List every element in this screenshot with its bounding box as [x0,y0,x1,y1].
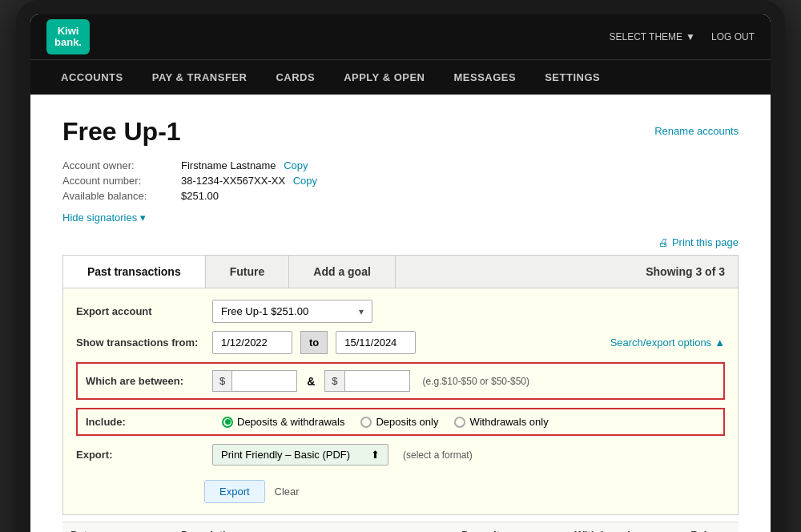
account-number-copy-link[interactable]: Copy [293,175,317,187]
search-export-label: Search/export options [610,337,711,349]
main-content: Free Up-1 Rename accounts Account owner:… [30,95,771,532]
account-info-grid: Account owner: Firstname Lastname Copy A… [62,159,739,202]
col-date: Date [62,522,173,533]
format-value: Print Friendly – Basic (PDF) [221,449,350,461]
top-bar: Kiwi bank. SELECT THEME ▼ LOG OUT [30,14,771,59]
logo-box: Kiwi bank. [46,19,90,54]
rename-accounts-link[interactable]: Rename accounts [654,125,739,137]
export-account-row: Export account Free Up-1 $251.00 ▾ [76,300,725,323]
owner-copy-link[interactable]: Copy [284,159,308,171]
logo-area: Kiwi bank. [46,19,90,54]
chevron-down-icon: ▼ [686,31,695,42]
export-account-select[interactable]: Free Up-1 $251.00 ▾ [212,300,372,323]
transactions-table: Date Description Deposits Withdrawals Ba… [62,522,739,532]
nav-item-messages[interactable]: MESSAGES [440,60,531,95]
dropdown-icon: ▾ [359,306,364,317]
select-theme-label: SELECT THEME [610,31,683,42]
logout-button[interactable]: LOG OUT [711,31,755,42]
account-number-label: Account number: [62,175,175,187]
export-label: Export: [76,449,204,461]
to-label: to [300,331,328,354]
select-theme-button[interactable]: SELECT THEME ▼ [610,31,695,42]
nav-item-accounts[interactable]: ACCOUNTS [46,60,138,95]
export-format-select[interactable]: Print Friendly – Basic (PDF) ⬆ [212,444,388,466]
tab-add-goal[interactable]: Add a goal [289,256,396,288]
select-format-hint: (select a format) [403,449,473,461]
logo-kiwi: Kiwi [58,26,79,37]
radio-circle-2 [360,417,372,428]
select-chevron-icon: ⬆ [371,449,380,461]
showing-count: Showing 3 of 3 [633,256,738,288]
amount-from-input[interactable] [232,371,296,391]
radio-circle-selected [222,417,233,428]
up-icon: ▲ [714,337,725,349]
tab-future[interactable]: Future [206,256,290,288]
table-header-row: Date Description Deposits Withdrawals Ba… [62,522,739,533]
screen: Kiwi bank. SELECT THEME ▼ LOG OUT ACCOUN… [30,14,771,532]
search-export-options-link[interactable]: Search/export options ▲ [610,337,725,349]
col-deposits: Deposits [413,522,513,533]
radio-withdrawals-only[interactable]: Withdrawals only [454,416,548,428]
owner-name: Firstname Lastname [181,159,276,171]
owner-value: Firstname Lastname Copy [181,159,739,171]
col-withdrawals: Withdrawals [513,522,644,533]
show-from-label: Show transactions from: [76,337,204,349]
printer-icon: 🖨 [658,236,669,248]
nav-item-settings[interactable]: SETTINGS [530,60,614,95]
tablet-frame: Kiwi bank. SELECT THEME ▼ LOG OUT ACCOUN… [16,0,785,532]
clear-link[interactable]: Clear [275,486,300,498]
include-label: Include: [86,416,206,428]
between-label: Which are between: [86,375,206,387]
export-buttons-row: Export Clear [76,475,725,503]
page-title: Free Up-1 [62,117,181,147]
ampersand-symbol: & [304,375,318,388]
logo-bank: bank. [54,37,82,48]
balance-label: Available balance: [62,190,175,202]
between-hint: (e.g.$10-$50 or $50-$50) [423,376,529,387]
nav-bar: ACCOUNTS PAY & TRANSFER CARDS APPLY & OP… [30,59,771,95]
radio-circle-3 [454,417,465,428]
nav-item-apply-open[interactable]: APPLY & OPEN [329,60,439,95]
include-row: Include: Deposits & withdrawals Deposits… [76,408,725,436]
dollar-prefix-1: $ [213,371,232,391]
amount-to-input[interactable] [345,371,409,391]
col-balance: Balance [644,522,739,533]
date-to-input[interactable] [336,331,416,354]
export-account-value: Free Up-1 $251.00 [221,305,308,317]
radio-deposits-withdrawals[interactable]: Deposits & withdrawals [222,416,344,428]
account-number-value: 38-1234-XX567XX-XX Copy [181,175,739,187]
print-page-link[interactable]: 🖨 Print this page [658,236,739,248]
account-number-text: 38-1234-XX567XX-XX [181,175,285,187]
between-row: Which are between: $ & $ (e.g.$10-$50 or… [76,362,725,400]
tab-past-transactions[interactable]: Past transactions [63,256,206,288]
arrow-icon: ▾ [140,212,146,224]
top-right: SELECT THEME ▼ LOG OUT [610,31,755,42]
radio-label-2: Deposits only [376,416,438,428]
radio-label-1: Deposits & withdrawals [237,416,344,428]
export-format-row: Export: Print Friendly – Basic (PDF) ⬆ (… [76,444,725,466]
nav-item-pay-transfer[interactable]: PAY & TRANSFER [138,60,262,95]
col-description: Description [173,522,413,533]
amount-from-wrap: $ [212,370,297,392]
date-from-input[interactable] [212,331,292,354]
date-range-row: Show transactions from: to Search/export… [76,331,725,354]
dollar-prefix-2: $ [325,371,344,391]
print-label: Print this page [672,236,739,248]
radio-label-3: Withdrawals only [469,416,548,428]
filter-area: Export account Free Up-1 $251.00 ▾ Show … [62,288,739,515]
nav-item-cards[interactable]: CARDS [261,60,329,95]
balance-value: $251.00 [181,190,739,202]
tabs-row: Past transactions Future Add a goal Show… [62,255,739,288]
print-row: 🖨 Print this page [62,236,739,248]
amount-to-wrap: $ [324,370,409,392]
radio-deposits-only[interactable]: Deposits only [360,416,438,428]
export-account-label: Export account [76,305,204,317]
export-button[interactable]: Export [204,480,265,503]
owner-label: Account owner: [62,159,175,171]
page-header: Free Up-1 Rename accounts [62,117,739,147]
hide-signatories-link[interactable]: Hide signatories ▾ [62,212,739,224]
